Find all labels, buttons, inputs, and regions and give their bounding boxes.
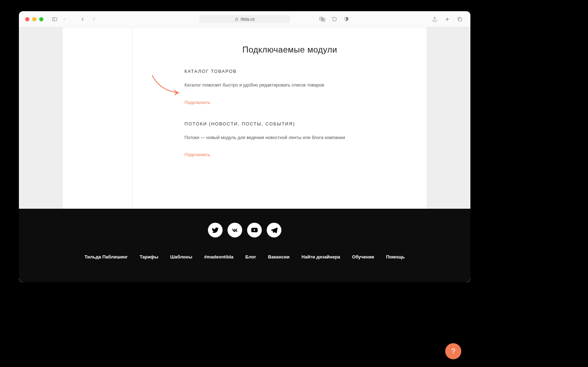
sidebar-toggle-icon[interactable]	[50, 15, 59, 23]
close-window-button[interactable]	[25, 17, 29, 21]
youtube-icon[interactable]	[247, 223, 262, 237]
url-trailing-icons	[318, 15, 350, 23]
vk-icon[interactable]	[227, 223, 242, 237]
tabs-overview-icon[interactable]	[456, 15, 464, 23]
browser-toolbar: tilda.cc	[19, 11, 470, 27]
translate-icon[interactable]	[318, 15, 327, 23]
footer-link[interactable]: Тильда Паблишинг	[85, 254, 128, 259]
browser-window: tilda.cc	[19, 11, 470, 282]
maximize-window-button[interactable]	[39, 17, 43, 21]
footer-link[interactable]: Тарифы	[140, 254, 158, 259]
new-tab-icon[interactable]	[443, 15, 451, 23]
social-links	[208, 223, 281, 237]
footer-link[interactable]: Вакансии	[268, 254, 289, 259]
help-button[interactable]: ?	[445, 343, 461, 359]
minimize-window-button[interactable]	[32, 17, 36, 21]
address-bar[interactable]: tilda.cc	[199, 15, 290, 23]
svg-rect-7	[459, 18, 462, 21]
module-heading: КАТАЛОГ ТОВАРОВ	[184, 69, 409, 74]
svg-marker-8	[175, 91, 179, 94]
module-catalog: КАТАЛОГ ТОВАРОВ Каталог помогает быстро …	[184, 69, 409, 105]
browser-viewport: Подключаемые модули КАТАЛОГ ТОВАРОВ Ката…	[19, 27, 470, 282]
footer-link[interactable]: Найти дизайнера	[301, 254, 340, 259]
footer-link[interactable]: Шаблоны	[170, 254, 192, 259]
connect-link-catalog[interactable]: Подключить	[184, 100, 409, 105]
footer-link[interactable]: #madeontilda	[204, 254, 233, 259]
connect-link-feeds[interactable]: Подключить	[184, 152, 409, 157]
share-icon[interactable]	[430, 15, 439, 23]
window-controls	[25, 17, 43, 21]
reload-icon[interactable]	[330, 15, 338, 23]
section-title: Подключаемые модули	[177, 45, 402, 55]
twitter-icon[interactable]	[208, 223, 223, 237]
footer-link[interactable]: Блог	[245, 254, 256, 259]
back-button[interactable]	[78, 15, 87, 23]
forward-button[interactable]	[90, 15, 98, 23]
toolbar-right	[430, 15, 464, 23]
site-footer: Тильда Паблишинг Тарифы Шаблоны #madeont…	[19, 209, 470, 282]
chevron-down-icon[interactable]	[60, 15, 69, 23]
annotation-arrow	[149, 73, 183, 97]
telegram-icon[interactable]	[267, 223, 281, 237]
module-heading: ПОТОКИ (НОВОСТИ, ПОСТЫ, СОБЫТИЯ)	[184, 121, 409, 126]
shield-icon[interactable]	[342, 15, 350, 23]
footer-link[interactable]: Помощь	[386, 254, 405, 259]
module-description: Каталог помогает быстро и удобно редакти…	[184, 82, 409, 89]
module-feeds: ПОТОКИ (НОВОСТИ, ПОСТЫ, СОБЫТИЯ) Потоки …	[184, 121, 409, 158]
svg-rect-0	[52, 18, 57, 21]
url-host: tilda.cc	[241, 16, 255, 22]
footer-nav: Тильда Паблишинг Тарифы Шаблоны #madeont…	[85, 254, 405, 259]
module-description: Потоки — новый модуль для ведения новост…	[184, 134, 409, 141]
svg-rect-2	[235, 19, 238, 21]
help-icon-label: ?	[451, 347, 455, 356]
footer-link[interactable]: Обучение	[352, 254, 374, 259]
